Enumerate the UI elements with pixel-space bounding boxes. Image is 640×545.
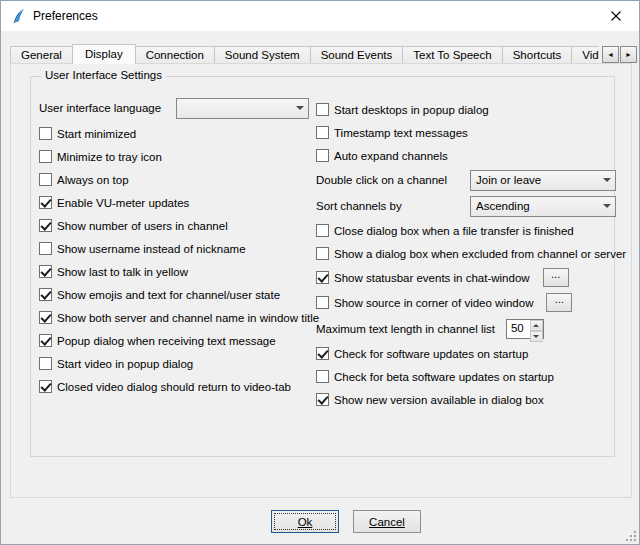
- checkbox-excluded-dialog[interactable]: Show a dialog box when excluded from cha…: [316, 242, 616, 265]
- max-text-length-label: Maximum text length in channel list: [316, 323, 495, 335]
- tab-scroll-buttons: ◄ ►: [599, 45, 637, 63]
- checkbox-label: Show number of users in channel: [57, 220, 228, 232]
- checkbox-new-version-dialog[interactable]: Show new version available in dialog box: [316, 388, 616, 411]
- checkbox-last-talk-yellow[interactable]: Show last to talk in yellow: [39, 260, 309, 283]
- tab-sound-events[interactable]: Sound Events: [310, 46, 404, 63]
- checkbox-statusbar-events[interactable]: Show statusbar events in chat-window ...: [316, 265, 616, 290]
- resize-grip-icon: [624, 529, 637, 542]
- arrow-right-icon: ►: [625, 51, 632, 58]
- checkbox-label: Show new version available in dialog box: [334, 394, 544, 406]
- ok-button[interactable]: Ok: [271, 510, 339, 533]
- spinner-down-button[interactable]: [530, 331, 543, 342]
- checkbox-label: Close dialog box when a file transfer is…: [334, 225, 574, 237]
- checkbox-video-popup[interactable]: Start video in popup dialog: [39, 352, 309, 375]
- checkbox-label: Always on top: [57, 174, 129, 186]
- app-icon: [10, 8, 26, 24]
- checkbox-label: Show a dialog box when excluded from cha…: [334, 248, 626, 260]
- language-select[interactable]: [176, 98, 309, 119]
- checkbox-vu-meter-updates[interactable]: Enable VU-meter updates: [39, 191, 309, 214]
- display-tab-page: User Interface Settings User interface l…: [10, 63, 632, 498]
- close-button[interactable]: [593, 1, 639, 31]
- tab-text-to-speech[interactable]: Text To Speech: [402, 46, 502, 63]
- tab-scroll-right-button[interactable]: ►: [620, 46, 637, 63]
- checkbox-box[interactable]: [316, 126, 329, 139]
- checkbox-video-return-tab[interactable]: Closed video dialog should return to vid…: [39, 375, 309, 398]
- checkbox-label: Closed video dialog should return to vid…: [57, 381, 291, 393]
- checkbox-box[interactable]: [39, 196, 52, 209]
- window-title: Preferences: [33, 9, 98, 23]
- tab-scroll-left-button[interactable]: ◄: [602, 46, 619, 63]
- checkbox-box[interactable]: [39, 311, 52, 324]
- checkbox-file-transfer-close[interactable]: Close dialog box when a file transfer is…: [316, 219, 616, 242]
- tab-display[interactable]: Display: [72, 44, 136, 64]
- max-text-length-row: Maximum text length in channel list 50: [316, 315, 616, 342]
- checkbox-box[interactable]: [316, 296, 329, 309]
- checkbox-show-username[interactable]: Show username instead of nickname: [39, 237, 309, 260]
- checkbox-box[interactable]: [39, 288, 52, 301]
- checkbox-emoji-text-state[interactable]: Show emojis and text for channel/user st…: [39, 283, 309, 306]
- double-click-select[interactable]: Join or leave: [470, 170, 616, 191]
- checkbox-label: Minimize to tray icon: [57, 151, 162, 163]
- checkbox-box[interactable]: [316, 224, 329, 237]
- checkbox-box[interactable]: [316, 347, 329, 360]
- ui-settings-group: User Interface Settings User interface l…: [30, 76, 615, 457]
- spinner-up-button[interactable]: [530, 320, 543, 331]
- checkbox-box[interactable]: [316, 103, 329, 116]
- resize-grip[interactable]: [624, 529, 637, 542]
- titlebar[interactable]: Preferences: [1, 1, 639, 31]
- checkbox-label: Start video in popup dialog: [57, 358, 193, 370]
- checkbox-label: Show emojis and text for channel/user st…: [57, 289, 280, 301]
- checkbox-box[interactable]: [39, 265, 52, 278]
- tab-connection[interactable]: Connection: [135, 46, 215, 63]
- checkbox-box[interactable]: [39, 334, 52, 347]
- combo-value: Join or leave: [471, 174, 599, 186]
- checkbox-popup-text-message[interactable]: Popup dialog when receiving text message: [39, 329, 309, 352]
- checkbox-box[interactable]: [316, 149, 329, 162]
- checkbox-minimize-to-tray[interactable]: Minimize to tray icon: [39, 145, 309, 168]
- checkbox-show-user-count[interactable]: Show number of users in channel: [39, 214, 309, 237]
- language-label: User interface language: [39, 102, 161, 114]
- max-text-length-spinner[interactable]: 50: [506, 319, 544, 339]
- checkbox-box[interactable]: [39, 219, 52, 232]
- checkbox-start-minimized[interactable]: Start minimized: [39, 122, 309, 145]
- video-source-browse-button[interactable]: ...: [546, 293, 572, 312]
- checkbox-box[interactable]: [316, 271, 329, 284]
- checkbox-video-source-corner[interactable]: Show source in corner of video window ..…: [316, 290, 616, 315]
- checkbox-box[interactable]: [316, 247, 329, 260]
- checkbox-box[interactable]: [316, 370, 329, 383]
- checkbox-label: Show both server and channel name in win…: [57, 312, 319, 324]
- checkbox-box[interactable]: [39, 127, 52, 140]
- cancel-button[interactable]: Cancel: [353, 510, 421, 533]
- right-column: Start desktops in popup dialog Timestamp…: [316, 98, 616, 411]
- chevron-down-icon: [599, 171, 615, 190]
- checkbox-label: Auto expand channels: [334, 150, 448, 162]
- tab-general[interactable]: General: [10, 46, 73, 63]
- checkbox-box[interactable]: [39, 242, 52, 255]
- checkbox-label: Enable VU-meter updates: [57, 197, 189, 209]
- statusbar-events-browse-button[interactable]: ...: [543, 268, 569, 287]
- left-column: User interface language Start minimized …: [39, 96, 309, 398]
- checkbox-always-on-top[interactable]: Always on top: [39, 168, 309, 191]
- checkbox-server-channel-title[interactable]: Show both server and channel name in win…: [39, 306, 309, 329]
- tab-shortcuts[interactable]: Shortcuts: [502, 46, 573, 63]
- checkbox-label: Timestamp text messages: [334, 127, 468, 139]
- checkbox-desktops-popup[interactable]: Start desktops in popup dialog: [316, 98, 616, 121]
- preferences-dialog: { "window": { "title": "Preferences" }, …: [0, 0, 640, 545]
- checkbox-box[interactable]: [39, 357, 52, 370]
- checkbox-label: Check for software updates on startup: [334, 348, 528, 360]
- checkbox-box[interactable]: [39, 173, 52, 186]
- ok-button-label: Ok: [298, 516, 313, 528]
- checkbox-auto-expand[interactable]: Auto expand channels: [316, 144, 616, 167]
- sort-channels-select[interactable]: Ascending: [470, 196, 616, 217]
- chevron-down-icon: [292, 99, 308, 118]
- checkbox-box[interactable]: [39, 380, 52, 393]
- checkbox-timestamp-messages[interactable]: Timestamp text messages: [316, 121, 616, 144]
- tab-sound-system[interactable]: Sound System: [214, 46, 311, 63]
- checkbox-check-beta-updates[interactable]: Check for beta software updates on start…: [316, 365, 616, 388]
- checkbox-box[interactable]: [39, 150, 52, 163]
- combo-value: Ascending: [471, 200, 599, 212]
- checkbox-box[interactable]: [316, 393, 329, 406]
- checkbox-label: Show last to talk in yellow: [57, 266, 188, 278]
- checkbox-check-updates[interactable]: Check for software updates on startup: [316, 342, 616, 365]
- cancel-button-label: Cancel: [369, 516, 405, 528]
